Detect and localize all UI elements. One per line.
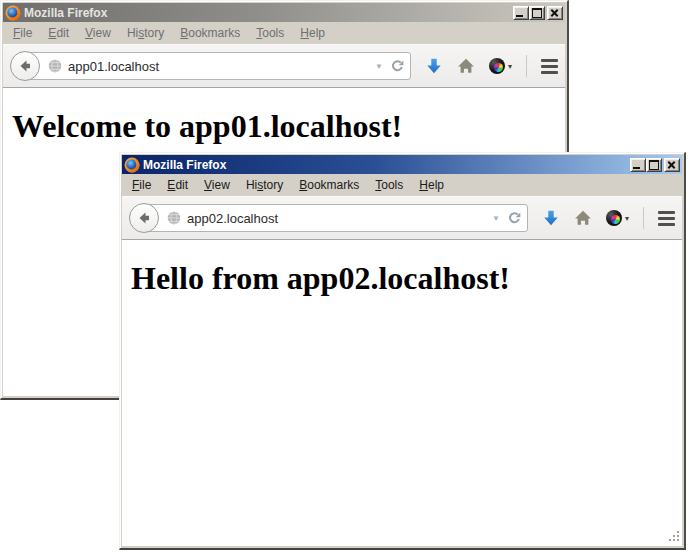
extension-button[interactable]: ▾ (606, 206, 629, 230)
url-bar[interactable]: ▼ (144, 204, 528, 232)
reload-button[interactable] (390, 58, 406, 74)
back-button[interactable] (10, 51, 40, 81)
toolbar-separator (643, 207, 644, 229)
menu-view[interactable]: View (77, 23, 119, 44)
firefox-icon (124, 157, 140, 173)
minimize-button[interactable] (630, 158, 646, 172)
download-arrow-icon (542, 209, 560, 227)
download-arrow-icon (425, 57, 443, 75)
menu-tools[interactable]: Tools (248, 23, 292, 44)
colorzilla-extension-icon (489, 58, 505, 74)
menu-view[interactable]: View (196, 175, 238, 196)
page-heading: Hello from app02.localhost! (131, 260, 682, 297)
extension-button[interactable]: ▾ (489, 54, 512, 78)
maximize-icon (649, 160, 659, 170)
menu-file[interactable]: File (5, 23, 40, 44)
menu-file[interactable]: File (124, 175, 159, 196)
menu-history[interactable]: History (119, 23, 172, 44)
home-button[interactable] (457, 54, 475, 78)
menu-edit[interactable]: Edit (159, 175, 196, 196)
colorzilla-extension-icon (606, 210, 622, 226)
maximize-icon (532, 8, 542, 18)
hamburger-icon (541, 59, 558, 62)
menu-bookmarks[interactable]: Bookmarks (291, 175, 367, 196)
url-input[interactable] (66, 58, 368, 75)
home-button[interactable] (574, 206, 592, 230)
titlebar[interactable]: Mozilla Firefox (3, 3, 565, 22)
globe-icon[interactable] (48, 59, 62, 73)
close-button[interactable] (664, 158, 680, 172)
download-button[interactable] (425, 54, 443, 78)
reload-icon (507, 211, 522, 226)
menu-tools[interactable]: Tools (367, 175, 411, 196)
menu-help[interactable]: Help (292, 23, 333, 44)
window-title: Mozilla Firefox (24, 6, 107, 20)
chevron-down-icon: ▾ (625, 214, 629, 223)
menu-bar: File Edit View History Bookmarks Tools H… (122, 174, 682, 196)
navigation-toolbar: ▼ ▾ (3, 44, 565, 88)
menu-help[interactable]: Help (411, 175, 452, 196)
back-button[interactable] (129, 203, 159, 233)
close-button[interactable] (547, 6, 563, 20)
titlebar[interactable]: Mozilla Firefox (122, 155, 682, 174)
download-button[interactable] (542, 206, 560, 230)
desktop: Mozilla Firefox File Edit View History B… (0, 0, 688, 551)
resize-grip[interactable] (667, 531, 680, 544)
url-bar[interactable]: ▼ (25, 52, 411, 80)
chevron-down-icon: ▾ (508, 62, 512, 71)
maximize-button[interactable] (529, 6, 545, 20)
reload-button[interactable] (507, 210, 523, 226)
home-icon (457, 57, 475, 75)
history-dropdown-icon[interactable]: ▼ (489, 214, 503, 223)
back-arrow-icon (136, 210, 152, 226)
reload-icon (390, 59, 405, 74)
window-controls (630, 158, 680, 172)
url-input[interactable] (185, 210, 485, 227)
globe-icon[interactable] (167, 211, 181, 225)
minimize-icon (516, 15, 523, 17)
menu-history[interactable]: History (238, 175, 291, 196)
maximize-button[interactable] (646, 158, 662, 172)
window-title: Mozilla Firefox (143, 158, 226, 172)
firefox-icon (5, 5, 21, 21)
menu-bookmarks[interactable]: Bookmarks (172, 23, 248, 44)
back-arrow-icon (17, 58, 33, 74)
history-dropdown-icon[interactable]: ▼ (372, 62, 386, 71)
toolbar-separator (526, 55, 527, 77)
menu-bar: File Edit View History Bookmarks Tools H… (3, 22, 565, 44)
minimize-button[interactable] (513, 6, 529, 20)
window-controls (513, 6, 563, 20)
navigation-toolbar: ▼ ▾ (122, 196, 682, 240)
page-heading: Welcome to app01.localhost! (12, 108, 565, 145)
menu-edit[interactable]: Edit (40, 23, 77, 44)
hamburger-icon (658, 211, 675, 214)
minimize-icon (633, 167, 640, 169)
menu-button[interactable] (541, 54, 558, 78)
window-app02: Mozilla Firefox File Edit View History B… (119, 152, 686, 550)
page-content: Hello from app02.localhost! (122, 240, 682, 546)
home-icon (574, 209, 592, 227)
menu-button[interactable] (658, 206, 675, 230)
